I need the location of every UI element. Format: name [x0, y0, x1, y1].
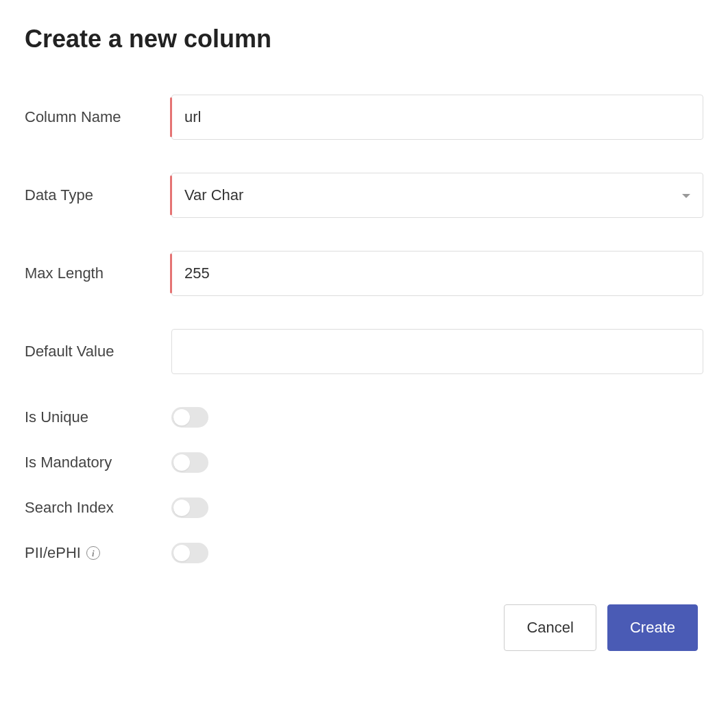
- is-unique-label: Is Unique: [25, 408, 171, 426]
- search-index-label: Search Index: [25, 499, 171, 517]
- pii-ephi-label-text: PII/ePHI: [25, 544, 81, 562]
- column-name-input[interactable]: [171, 95, 703, 140]
- data-type-label: Data Type: [25, 186, 171, 204]
- dialog-footer: Cancel Create: [25, 604, 703, 651]
- cancel-button[interactable]: Cancel: [504, 604, 596, 651]
- toggle-knob: [173, 500, 190, 516]
- pii-ephi-toggle[interactable]: [171, 543, 208, 563]
- is-mandatory-toggle[interactable]: [171, 452, 208, 473]
- page-title: Create a new column: [25, 25, 703, 53]
- info-icon[interactable]: i: [86, 546, 100, 560]
- column-name-label: Column Name: [25, 108, 171, 126]
- max-length-label: Max Length: [25, 265, 171, 282]
- toggle-knob: [173, 454, 190, 471]
- is-mandatory-label: Is Mandatory: [25, 454, 171, 471]
- max-length-input[interactable]: [171, 251, 703, 296]
- pii-ephi-label: PII/ePHI i: [25, 544, 171, 562]
- default-value-label: Default Value: [25, 343, 171, 360]
- search-index-toggle[interactable]: [171, 497, 208, 518]
- data-type-select[interactable]: Var Char: [171, 173, 703, 218]
- toggle-knob: [173, 409, 190, 426]
- default-value-input[interactable]: [171, 329, 703, 374]
- data-type-value: Var Char: [184, 186, 243, 204]
- create-button[interactable]: Create: [607, 604, 698, 651]
- required-indicator: [170, 97, 172, 137]
- required-indicator: [170, 175, 172, 215]
- required-indicator: [170, 254, 172, 293]
- is-unique-toggle[interactable]: [171, 407, 208, 428]
- toggle-knob: [173, 545, 190, 561]
